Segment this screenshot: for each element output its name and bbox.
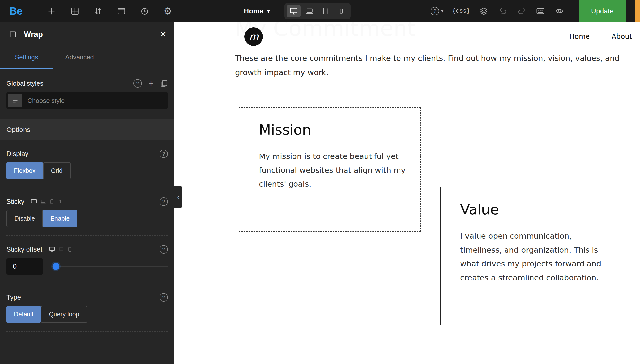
site-logo[interactable]: m — [244, 28, 263, 46]
site-nav: Home About — [570, 32, 636, 40]
topbar-right-tools: ? ▾ {css} Update — [431, 0, 640, 22]
display-conditions-icon[interactable] — [536, 6, 546, 16]
type-section: Type ? Default Query loop — [6, 293, 168, 323]
mission-card-selected-wrap[interactable]: Mission My mission is to create beautifu… — [239, 107, 421, 232]
intro-paragraph[interactable]: These are the core commitments I make to… — [235, 51, 631, 80]
device-desktop-icon[interactable] — [287, 5, 301, 17]
mission-card-body: My mission is to create beautiful yet fu… — [259, 149, 408, 191]
layout-sections-icon[interactable] — [70, 6, 80, 16]
reorder-icon[interactable] — [93, 6, 103, 16]
value-card-title: Value — [460, 201, 622, 218]
page-preview-canvas: My Commitment m Home About These are the… — [174, 22, 640, 364]
help-icon[interactable]: ? — [160, 293, 168, 302]
panel-tabs: Settings Advanced — [0, 50, 174, 69]
device-tablet-icon[interactable] — [67, 247, 72, 252]
sticky-offset-label-row: Sticky offset ? — [6, 245, 168, 254]
value-card-wrap[interactable]: Value I value open communication, timeli… — [440, 187, 622, 325]
device-desktop-icon[interactable] — [49, 246, 55, 252]
sticky-offset-input[interactable] — [6, 258, 43, 274]
betheme-logo: Be — [10, 5, 22, 17]
preview-eye-icon[interactable] — [554, 6, 564, 16]
display-label-row: Display ? — [6, 149, 168, 158]
panel-header: Wrap ✕ — [0, 22, 174, 46]
wrap-element-icon — [8, 30, 18, 39]
nav-link-home[interactable]: Home — [570, 32, 590, 40]
tab-settings[interactable]: Settings — [0, 50, 53, 68]
slider-thumb[interactable] — [52, 263, 60, 270]
sticky-offset-section: Sticky offset ? — [6, 245, 168, 275]
page-settings-icon[interactable] — [116, 6, 126, 16]
device-laptop-icon[interactable] — [40, 198, 46, 204]
responsive-device-toggle — [284, 3, 351, 19]
sticky-offset-responsive-icons — [49, 246, 80, 252]
global-styles-row: Global styles ? + — [6, 79, 168, 88]
device-mobile-icon[interactable] — [76, 247, 80, 252]
redo-icon[interactable] — [517, 6, 526, 16]
chevron-down-icon: ▾ — [441, 9, 443, 13]
sticky-toggle-group: Disable Enable — [6, 210, 168, 227]
update-button[interactable]: Update — [578, 0, 626, 22]
sticky-responsive-icons — [31, 198, 62, 205]
panel-title: Wrap — [24, 30, 43, 39]
type-label-row: Type ? — [6, 293, 168, 302]
sidebar-collapse-handle[interactable]: ‹ — [174, 186, 182, 208]
close-icon[interactable]: ✕ — [160, 30, 166, 39]
sticky-offset-controls — [6, 258, 168, 275]
help-icon[interactable]: ? — [160, 197, 168, 206]
style-preset-icon — [8, 94, 22, 108]
help-icon[interactable]: ? — [160, 150, 168, 158]
type-default-button[interactable]: Default — [6, 306, 41, 323]
panel-body-options: Display ? Flexbox Grid Sticky — [0, 149, 174, 332]
panel-body-top: Global styles ? + Choose style — [0, 79, 174, 109]
device-mobile-icon[interactable] — [334, 5, 348, 17]
device-mobile-icon[interactable] — [58, 199, 62, 204]
help-icon[interactable]: ? — [160, 245, 168, 254]
add-style-icon[interactable]: + — [148, 79, 154, 88]
help-menu[interactable]: ? ▾ — [431, 7, 443, 15]
layers-icon[interactable] — [479, 6, 489, 16]
nav-link-about[interactable]: About — [612, 32, 632, 40]
display-label: Display — [6, 150, 28, 158]
sticky-label-row: Sticky ? — [6, 197, 168, 206]
sticky-offset-slider[interactable] — [52, 263, 168, 270]
device-laptop-icon[interactable] — [303, 5, 316, 17]
site-logo-letter: m — [248, 30, 259, 43]
tab-advanced[interactable]: Advanced — [53, 50, 106, 68]
options-header-label: Options — [6, 126, 30, 134]
edge-accent-strip — [635, 0, 640, 22]
value-card-body: I value open communication, timeliness, … — [460, 229, 605, 284]
global-styles-actions: ? + — [134, 79, 168, 88]
choose-style-input[interactable]: Choose style — [6, 92, 168, 109]
page-selector-label: Home — [244, 7, 263, 15]
copy-style-icon[interactable] — [160, 80, 168, 88]
global-styles-label: Global styles — [6, 80, 43, 88]
display-grid-button[interactable]: Grid — [43, 162, 70, 179]
site-header: m Home About — [174, 22, 640, 51]
sticky-label: Sticky — [6, 198, 24, 206]
sticky-enable-button[interactable]: Enable — [43, 210, 77, 227]
builder-settings-gear-icon[interactable]: ⚙ — [163, 6, 173, 16]
revisions-history-icon[interactable] — [140, 6, 150, 16]
type-toggle-group: Default Query loop — [6, 306, 168, 323]
mission-card-title: Mission — [259, 122, 420, 138]
help-icon: ? — [431, 7, 439, 15]
type-query-loop-button[interactable]: Query loop — [41, 306, 87, 323]
add-element-icon[interactable] — [46, 6, 56, 16]
device-desktop-icon[interactable] — [31, 198, 37, 205]
device-laptop-icon[interactable] — [58, 246, 64, 252]
device-tablet-icon[interactable] — [318, 5, 332, 17]
custom-css-icon[interactable]: {css} — [452, 8, 470, 14]
slider-track[interactable] — [52, 266, 168, 268]
element-settings-panel: Wrap ✕ Settings Advanced Global styles ?… — [0, 22, 174, 364]
sticky-disable-button[interactable]: Disable — [6, 210, 43, 227]
divider — [6, 236, 168, 236]
topbar-center-tools: Home ▾ — [244, 0, 351, 22]
help-icon[interactable]: ? — [134, 79, 142, 88]
divider — [6, 284, 168, 284]
undo-icon[interactable] — [498, 6, 508, 16]
choose-style-placeholder: Choose style — [28, 97, 65, 104]
display-flexbox-button[interactable]: Flexbox — [6, 162, 43, 179]
sticky-section: Sticky ? Disable Enable — [6, 197, 168, 227]
device-tablet-icon[interactable] — [49, 199, 54, 204]
page-selector[interactable]: Home ▾ — [244, 7, 270, 15]
